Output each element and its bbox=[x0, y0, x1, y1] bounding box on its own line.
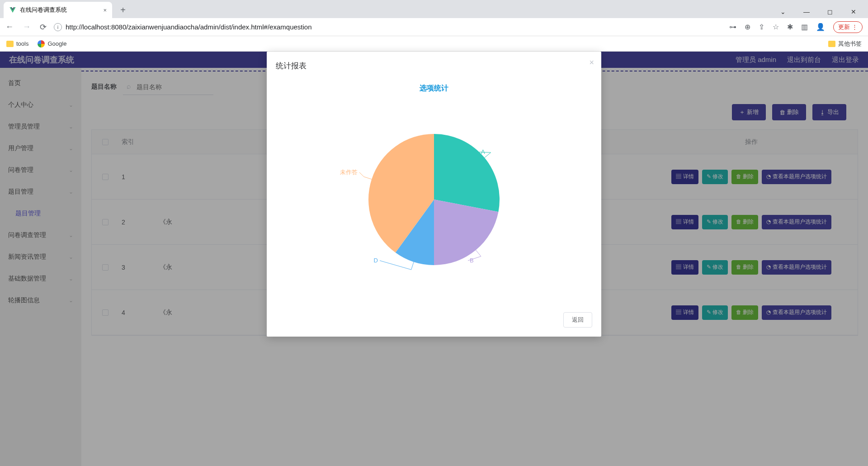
bookmark-bar: tools Google 其他书签 bbox=[0, 36, 868, 52]
pie-label: A bbox=[481, 148, 485, 155]
url-box[interactable]: i http://localhost:8080/zaixianwenjuandi… bbox=[51, 23, 725, 31]
share-icon[interactable]: ⇪ bbox=[759, 23, 764, 31]
stats-modal: 统计报表 × 选项统计 ABD未作答 返回 bbox=[267, 52, 601, 337]
app-root: 在线问卷调查系统 管理员 admin 退出到前台 退出登录 首页个人中心⌄管理员… bbox=[0, 52, 868, 466]
reload-icon[interactable]: ⟳ bbox=[40, 22, 47, 32]
close-icon[interactable]: ✕ bbox=[844, 8, 863, 15]
vue-icon bbox=[9, 6, 16, 14]
pie-label: D bbox=[374, 257, 378, 264]
site-info-icon[interactable]: i bbox=[54, 23, 62, 31]
url-text: http://localhost:8080/zaixianwenjuandiao… bbox=[66, 23, 312, 31]
bookmark-tools[interactable]: tools bbox=[6, 40, 28, 47]
forward-icon[interactable]: → bbox=[23, 22, 31, 32]
panel-icon[interactable]: ▥ bbox=[801, 23, 808, 31]
modal-close-icon[interactable]: × bbox=[589, 58, 594, 67]
bookmark-google[interactable]: Google bbox=[38, 40, 66, 48]
modal-overlay[interactable]: 统计报表 × 选项统计 ABD未作答 返回 bbox=[0, 52, 868, 466]
folder-icon bbox=[6, 41, 14, 47]
new-tab-button[interactable]: + bbox=[117, 4, 129, 16]
chevron-down-icon[interactable]: ⌄ bbox=[774, 8, 792, 15]
zoom-icon[interactable]: ⊕ bbox=[745, 23, 750, 31]
chart-title: 选项统计 bbox=[276, 84, 592, 93]
browser-chrome: 在线问卷调查系统 × + ⌄ — ◻ ✕ ← → ⟳ i http://loca… bbox=[0, 0, 868, 52]
google-icon bbox=[38, 40, 45, 48]
pie-slice-A[interactable] bbox=[434, 134, 500, 212]
folder-icon bbox=[828, 41, 835, 47]
maximize-icon[interactable]: ◻ bbox=[821, 8, 839, 15]
pie-label: B bbox=[470, 257, 474, 264]
address-bar: ← → ⟳ i http://localhost:8080/zaixianwen… bbox=[0, 18, 868, 36]
tab-bar: 在线问卷调查系统 × + ⌄ — ◻ ✕ bbox=[0, 0, 868, 18]
key-icon[interactable]: ⊶ bbox=[729, 23, 736, 31]
tab-title: 在线问卷调查系统 bbox=[20, 6, 67, 14]
profile-icon[interactable]: 👤 bbox=[816, 23, 825, 31]
tab-close-icon[interactable]: × bbox=[103, 7, 107, 14]
extensions-icon[interactable]: ✱ bbox=[787, 23, 793, 31]
bookmark-other[interactable]: 其他书签 bbox=[828, 40, 862, 48]
modal-title: 统计报表 bbox=[276, 61, 592, 78]
pie-chart: ABD未作答 bbox=[276, 111, 592, 306]
pie-label: 未作答 bbox=[340, 169, 358, 176]
minimize-icon[interactable]: — bbox=[797, 8, 816, 15]
update-button[interactable]: 更新⋮ bbox=[833, 21, 863, 33]
window-controls: ⌄ — ◻ ✕ bbox=[774, 8, 868, 18]
browser-tab[interactable]: 在线问卷调查系统 × bbox=[4, 2, 112, 18]
back-icon[interactable]: ← bbox=[5, 22, 14, 32]
star-icon[interactable]: ☆ bbox=[773, 23, 779, 31]
back-button[interactable]: 返回 bbox=[563, 312, 592, 328]
